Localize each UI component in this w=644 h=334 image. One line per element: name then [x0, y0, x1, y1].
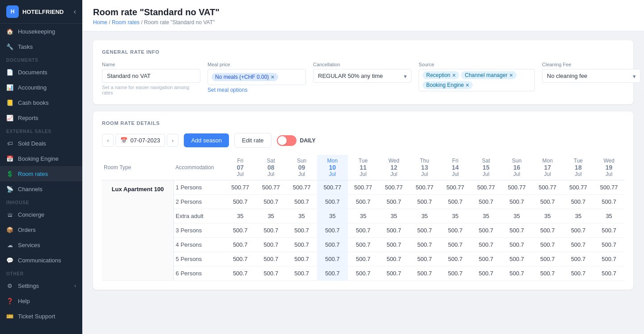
source-field: Source Reception × Channel manager × Boo…	[419, 62, 535, 91]
sidebar-item-channels[interactable]: 📡 Channels	[0, 181, 82, 197]
toggle-knob	[278, 136, 287, 145]
accommodation-cell: 6 Persons	[174, 266, 225, 281]
sidebar-item-communications[interactable]: 💬 Communications	[0, 253, 82, 268]
general-rate-info-card: GENERAL RATE INFO Name Set a name for ea…	[93, 40, 633, 104]
cleaning-fee-field: Cleaning Fee No cleaning fee ▾	[542, 62, 640, 83]
meal-price-field: Meal price No meals (+CHF 0.00) × Set me…	[208, 62, 306, 93]
housekeeping-icon: 🏠	[6, 28, 13, 35]
sidebar-item-orders[interactable]: 📦 Orders	[0, 222, 82, 237]
sidebar-item-room-rates[interactable]: 💲 Room rates	[0, 166, 82, 181]
date-next-button[interactable]: ›	[167, 134, 178, 147]
sidebar-item-help[interactable]: ❓ Help	[0, 293, 82, 308]
date-value: 07-07-2023	[130, 137, 160, 144]
services-icon: ☁	[6, 241, 13, 248]
main-header: Room rate "Standard no VAT" Home / Room …	[82, 0, 644, 31]
table-row: Lux Apartment 100 1 Persons 500.77500.77…	[102, 180, 624, 195]
sidebar-section-inhouse: INHOUSE	[0, 197, 82, 207]
source-tag-reception: Reception ×	[423, 71, 459, 79]
cashbooks-icon: 📒	[6, 99, 13, 106]
name-field: Name Set a name for easier navigation am…	[102, 62, 200, 95]
daily-toggle[interactable]	[277, 135, 297, 146]
sidebar-item-cashbooks[interactable]: 📒 Cash books	[0, 95, 82, 110]
date-nav: ‹ 📅 07-07-2023 ›	[102, 134, 178, 147]
sidebar-item-label: Ticket Support	[18, 313, 55, 320]
source-tag-channel-manager: Channel manager ×	[461, 71, 517, 79]
name-helper: Set a name for easier navigation among r…	[102, 85, 200, 95]
meal-price-tags: No meals (+CHF 0.00) ×	[208, 69, 306, 85]
col-wed-12: Wed12Jul	[378, 155, 409, 180]
table-row: 3 Persons 500.7500.7500.7 500.7 500.7500…	[102, 223, 624, 238]
sidebar-item-label: Services	[18, 242, 40, 248]
date-prev-button[interactable]: ‹	[102, 134, 114, 147]
accommodation-cell: 3 Persons	[174, 223, 225, 238]
accommodation-cell: Extra adult	[174, 209, 225, 223]
cleaning-fee-select[interactable]: No cleaning fee	[542, 69, 640, 83]
cancellation-select-wrapper: REGULAR 50% any time ▾	[313, 69, 411, 83]
sidebar-item-label: Booking Engine	[18, 155, 59, 162]
tag-remove-reception-icon[interactable]: ×	[452, 72, 456, 78]
edit-rate-button[interactable]: Edit rate	[234, 133, 271, 148]
sidebar-item-reports[interactable]: 📈 Reports	[0, 110, 82, 125]
sidebar-item-settings[interactable]: ⚙ Settings ›	[0, 278, 82, 293]
sidebar-logo[interactable]: H HOTELFRIEND ‹	[0, 0, 82, 24]
sidebar-item-ticket-support[interactable]: 🎫 Ticket Support	[0, 308, 82, 324]
set-meal-options-link[interactable]: Set meal options	[208, 87, 306, 93]
tag-remove-channel-icon[interactable]: ×	[509, 72, 513, 78]
source-label: Source	[419, 62, 535, 67]
sidebar-collapse-icon[interactable]: ‹	[74, 8, 76, 16]
sidebar-item-label: Reports	[18, 115, 38, 121]
table-row: 6 Persons 500.7500.7500.7 500.7 500.7500…	[102, 266, 624, 281]
cleaning-fee-label: Cleaning Fee	[542, 62, 640, 67]
col-thu-13: Thu13Jul	[409, 155, 440, 180]
name-input[interactable]	[102, 69, 200, 83]
sidebar-item-label: Sold Deals	[18, 140, 46, 147]
sidebar-section-documents: DOCUMENTS	[0, 54, 82, 64]
sidebar-item-label: Housekeeping	[18, 28, 55, 35]
ticket-support-icon: 🎫	[6, 313, 13, 320]
tag-remove-booking-icon[interactable]: ×	[466, 82, 469, 88]
cleaning-fee-select-wrapper: No cleaning fee ▾	[542, 69, 640, 83]
breadcrumb-room-rates[interactable]: Room rates	[112, 19, 140, 26]
add-season-button[interactable]: Add season	[184, 133, 229, 147]
col-room-type: Room Type	[102, 155, 174, 180]
room-rates-icon: 💲	[6, 170, 13, 177]
breadcrumb-home[interactable]: Home	[93, 19, 107, 26]
sidebar-item-housekeeping[interactable]: 🏠 Housekeeping	[0, 24, 82, 39]
daily-toggle-wrap: DAILY	[277, 135, 316, 146]
table-row: 2 Persons 500.7500.7500.7 500.7 500.7500…	[102, 195, 624, 209]
source-tag-booking-engine: Booking Engine ×	[423, 81, 473, 89]
table-row: 4 Persons 500.7500.7500.7 500.7 500.7500…	[102, 238, 624, 252]
cancellation-field: Cancellation REGULAR 50% any time ▾	[313, 62, 411, 83]
col-sun-09: Sun09Jul	[286, 155, 317, 180]
sidebar-item-sold-deals[interactable]: 🏷 Sold Deals	[0, 136, 82, 151]
page-title: Room rate "Standard no VAT"	[93, 7, 633, 17]
col-mon-10: Mon10Jul	[317, 155, 348, 180]
sidebar-item-services[interactable]: ☁ Services	[0, 237, 82, 253]
breadcrumb-current: Room rate "Standard no VAT"	[144, 19, 215, 26]
settings-icon: ⚙	[6, 282, 13, 289]
booking-engine-icon: 📅	[6, 155, 13, 162]
col-sun-16: Sun16Jul	[501, 155, 532, 180]
general-rate-form: Name Set a name for easier navigation am…	[102, 62, 624, 95]
sidebar-item-documents[interactable]: 📄 Documents	[0, 64, 82, 80]
details-controls: ‹ 📅 07-07-2023 › Add season Edit rate DA…	[102, 133, 624, 148]
sidebar-item-tasks[interactable]: 🔧 Tasks	[0, 39, 82, 54]
communications-icon: 💬	[6, 257, 13, 264]
cancellation-label: Cancellation	[313, 62, 411, 67]
date-07: 07	[227, 164, 254, 171]
meal-price-tag: No meals (+CHF 0.00) ×	[212, 73, 278, 81]
room-type-cell: Lux Apartment 100	[102, 180, 174, 281]
accounting-icon: 📊	[6, 84, 13, 91]
sidebar-item-label: Documents	[18, 69, 47, 76]
sidebar-item-label: Tasks	[18, 43, 33, 50]
sidebar-section-external-sales: EXTERNAL SALES	[0, 125, 82, 136]
sidebar-item-accounting[interactable]: 📊 Accounting	[0, 80, 82, 95]
sidebar-item-booking-engine[interactable]: 📅 Booking Engine	[0, 151, 82, 166]
tag-remove-icon[interactable]: ×	[271, 74, 274, 80]
meal-price-label: Meal price	[208, 62, 306, 67]
sidebar-item-concierge[interactable]: 🛎 Concierge	[0, 207, 82, 222]
help-icon: ❓	[6, 297, 13, 304]
col-wed-19: Wed19Jul	[593, 155, 624, 180]
daily-toggle-label: DAILY	[300, 137, 316, 144]
cancellation-select[interactable]: REGULAR 50% any time	[313, 69, 411, 83]
